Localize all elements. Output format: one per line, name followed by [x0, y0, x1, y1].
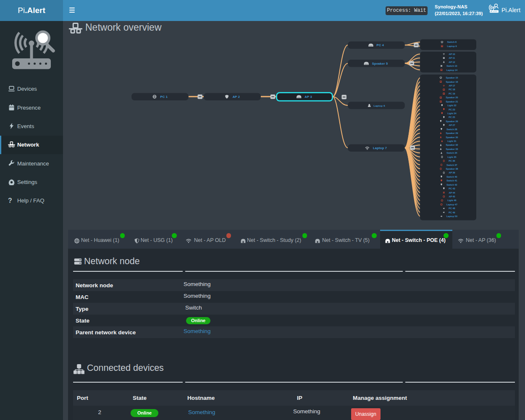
svg-text:Speaker 16: Speaker 16 — [446, 81, 458, 83]
svg-text:Light 22: Light 22 — [447, 104, 456, 107]
svg-text:Laptop 14: Laptop 14 — [446, 69, 458, 71]
svg-text:PC 25: PC 25 — [449, 116, 455, 118]
svg-text:PC 36: PC 36 — [449, 160, 455, 162]
svg-text:Light 35: Light 35 — [447, 156, 456, 158]
svg-text:PC 18: PC 18 — [449, 88, 455, 91]
svg-text:Light 46: Light 46 — [447, 199, 456, 202]
svg-text:AP 10: AP 10 — [449, 53, 455, 55]
svg-text:PC 23: PC 23 — [449, 108, 455, 111]
svg-text:Laptop 47: Laptop 47 — [446, 203, 457, 206]
svg-text:AP 44: AP 44 — [449, 192, 455, 194]
svg-text:AP 12: AP 12 — [449, 61, 455, 63]
svg-text:Speaker 20: Speaker 20 — [446, 96, 458, 99]
svg-text:PC 49: PC 49 — [449, 211, 455, 214]
svg-text:Switch 8: Switch 8 — [447, 41, 457, 43]
svg-text:Speaker 33: Speaker 33 — [446, 148, 458, 150]
svg-text:AP 3: AP 3 — [304, 95, 312, 99]
svg-text:PC 43: PC 43 — [449, 187, 455, 190]
svg-text:Switch 42: Switch 42 — [446, 184, 457, 186]
svg-text:Speaker 5: Speaker 5 — [372, 62, 388, 66]
svg-text:PC 1: PC 1 — [160, 95, 168, 99]
svg-text:Speaker 26: Speaker 26 — [446, 120, 458, 123]
svg-text:Switch 41: Switch 41 — [446, 179, 457, 182]
svg-text:AP 39: AP 39 — [449, 171, 455, 174]
svg-text:PC 19: PC 19 — [449, 92, 455, 95]
svg-text:AP 2: AP 2 — [233, 95, 240, 99]
svg-text:Switch 37: Switch 37 — [446, 164, 457, 166]
svg-text:Switch 28: Switch 28 — [446, 128, 457, 131]
svg-text:AP 17: AP 17 — [449, 84, 455, 87]
svg-text:Laptop 6: Laptop 6 — [374, 104, 386, 107]
svg-text:Speaker 30: Speaker 30 — [446, 136, 458, 139]
svg-text:Speaker 38: Speaker 38 — [446, 168, 458, 170]
svg-text:Laptop 50: Laptop 50 — [446, 215, 457, 218]
svg-text:Speaker 29: Speaker 29 — [446, 132, 458, 134]
svg-text:Speaker 32: Speaker 32 — [446, 144, 458, 146]
svg-text:Speaker 21: Speaker 21 — [446, 100, 458, 103]
svg-text:Speaker 15: Speaker 15 — [446, 76, 458, 79]
svg-text:AP 45: AP 45 — [449, 195, 455, 198]
svg-text:Laptop 7: Laptop 7 — [373, 146, 387, 150]
svg-text:Light 24: Light 24 — [447, 112, 457, 115]
svg-text:PC 4: PC 4 — [377, 43, 384, 47]
svg-text:Switch 13: Switch 13 — [446, 65, 457, 67]
svg-text:Light 31: Light 31 — [447, 140, 456, 142]
svg-text:Switch 40: Switch 40 — [446, 176, 457, 178]
svg-text:AP 27: AP 27 — [449, 124, 455, 126]
svg-text:Laptop 9: Laptop 9 — [447, 45, 457, 47]
svg-text:PC 48: PC 48 — [449, 207, 455, 210]
svg-text:Switch 34: Switch 34 — [446, 152, 457, 154]
svg-text:AP 11: AP 11 — [449, 57, 455, 59]
